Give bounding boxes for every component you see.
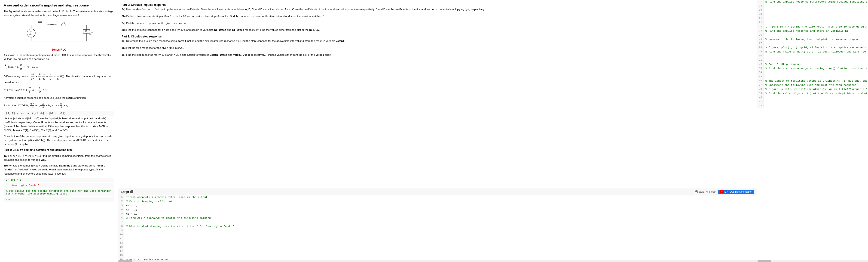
part3b-text: 3b) Plot the step response for the given… — [122, 46, 753, 50]
part3c-text: 3c) Find the step response for t = 10 s … — [122, 53, 753, 57]
script-label: Script — [121, 190, 129, 194]
script-line-10: 10 — [118, 233, 757, 237]
intro-text: The figure below shows a series second o… — [4, 9, 114, 18]
math1: 1C ∫i(t)dt + Ldidt + R·i = vin(t). — [4, 63, 114, 71]
save-button[interactable]: 💾 Save — [694, 190, 704, 193]
part3b-block: 3b) Plot the step response for the given… — [122, 46, 753, 50]
svg-text:L: L — [51, 22, 52, 24]
part1a-text: 1a) For R = 1Ω, L = 1H, C = 10F find the… — [4, 154, 114, 162]
matlab-icon: M — [720, 190, 723, 193]
right-line-23: 23 t = (0:1:60); % Define the time vecto… — [757, 25, 868, 29]
part2c-text: 2c) Plot the impulse response for the gi… — [122, 21, 753, 25]
desc6: Convolution of the impulse response with… — [4, 134, 114, 146]
part2b-block: 2b) Define a time interval starting at t… — [122, 14, 753, 19]
script-line-6: 6 % Find Ze1 = alpha/w0 to decide the ci… — [118, 216, 757, 221]
reset-icon: ↺ — [706, 190, 709, 193]
svg-marker-17 — [61, 24, 62, 26]
script-header: Script ? 💾 Save ↺ Reset M MATLAB Documen… — [118, 188, 757, 195]
problem-description: Part 2: Circuit's impulse response 2a) U… — [118, 0, 757, 188]
script-line-14: 14 — [118, 250, 757, 254]
right-line-41: 41 — [757, 100, 868, 104]
desc3: A system's impulse response can be found… — [4, 96, 114, 100]
part3a-block: 3a) Determine the circuit's step respons… — [122, 39, 753, 43]
part2-title: Part 2: Circuit's impulse response — [122, 3, 753, 6]
right-line-32: 32 % Part 3: Step response — [757, 62, 868, 67]
script-line-7: 7 — [118, 221, 757, 225]
desc5: Vectors [a1 a0] and [b2 b1 b0] are the i… — [4, 117, 114, 133]
svg-text:C: C — [39, 20, 40, 22]
script-line-2: 2 % Part 1: Damping coefficient — [118, 200, 757, 204]
code-residue: [R, P] = residue ([a1 a0] , [b2 b1 b0]) — [4, 111, 114, 116]
right-line-29: 29 % Find the value of h1(t) at t = 10 s… — [757, 50, 868, 54]
right-line-22: 22 — [757, 21, 868, 25]
svg-text:i(t): i(t) — [62, 22, 65, 24]
right-scrollbar[interactable] — [757, 260, 868, 262]
script-line-13: 13 — [118, 245, 757, 250]
right-line-21: 21 — [757, 17, 868, 21]
desc1: As shown in the section regarding second… — [4, 53, 114, 61]
script-scrollbar[interactable] — [118, 260, 757, 262]
part3c-block: 3c) Find the step response for t = 10 s … — [122, 53, 753, 57]
main-container: A second order circuit's impulse and ste… — [0, 0, 868, 262]
script-line-9: 9 — [118, 229, 757, 233]
svg-text:(t): (t) — [89, 33, 92, 35]
right-line-18: 18 — [757, 4, 868, 8]
code-damping: Damping1 = "under" — [4, 183, 114, 188]
right-line-24: 24 % Find the impulse response and store… — [757, 29, 868, 33]
matlab-docs-button[interactable]: M MATLAB Documentation — [718, 190, 754, 194]
script-line-4: 4 L1 = 1; — [118, 208, 757, 212]
right-line-19: 19 — [757, 8, 868, 12]
script-line-12: 12 — [118, 241, 757, 245]
right-line-33: 33 % Find the step response ystep1 using… — [757, 67, 868, 71]
script-buttons: 💾 Save ↺ Reset M MATLAB Documentation — [694, 190, 754, 194]
right-line-38: 38 % figure; plot(t, ystep1(1:length(t))… — [757, 87, 868, 92]
right-panel: 17 % Find the impulse response parameter… — [757, 0, 868, 262]
part2d-block: 2d) Find the impulse response for t = 10… — [122, 28, 753, 32]
script-line-8: 8 % What kind of damping does the circui… — [118, 225, 757, 229]
circuit-svg: v in (t) + − C L — [24, 20, 94, 46]
series-rlc-label: Series RLC — [4, 48, 114, 51]
part2c-block: 2c) Plot the impulse response for the gi… — [122, 21, 753, 25]
svg-marker-15 — [65, 24, 66, 26]
right-line-40: 40 — [757, 96, 868, 100]
code-comment-elseif: % Use elseif for the second condition an… — [4, 189, 114, 196]
script-line-11: 11 — [118, 237, 757, 241]
script-line-1: 1 format compact; % removes extra lines … — [118, 195, 757, 200]
middle-panel: Part 2: Circuit's impulse response 2a) U… — [118, 0, 757, 262]
right-line-37: 37 % Uncomment the following line and pl… — [757, 83, 868, 87]
info-icon: ? — [130, 190, 133, 193]
left-panel: A second order circuit's impulse and ste… — [0, 0, 118, 262]
right-line-39: 39 % Find the value of ystep1(t) at t = … — [757, 92, 868, 96]
right-line-27: 27 — [757, 41, 868, 46]
part2d-text: 2d) Find the impulse response for t = 10… — [122, 28, 753, 32]
part3-title: Part 3: Circuit's step response — [122, 35, 753, 38]
script-line-5: 5 C1 = 10; — [118, 212, 757, 216]
part1b-text: 1b) What is the damping type? Define var… — [4, 164, 114, 176]
right-editor[interactable]: 17 % Find the impulse response parameter… — [757, 0, 868, 260]
right-line-25: 25 — [757, 33, 868, 37]
desc2: Differentiating results: d²idt² + RLdidt… — [4, 72, 114, 84]
svg-text:R: R — [85, 30, 87, 33]
svg-text:−: − — [30, 35, 32, 37]
right-line-28: 28 % figure; plot(t,h1); grid; title("Ci… — [757, 46, 868, 50]
script-line-16: 16 % Part 2: Impulse response — [118, 258, 757, 260]
reset-button[interactable]: ↺ Reset — [706, 190, 716, 193]
right-line-42: 42 — [757, 104, 868, 108]
right-line-17: 17 % Find the impulse response parameter… — [757, 0, 868, 4]
circuit-diagram: v in (t) + − C L — [4, 20, 114, 46]
part1-title: Part 1: Circuit's damping coefficient an… — [4, 148, 114, 152]
script-editor[interactable]: 1 format compact; % removes extra lines … — [118, 195, 757, 260]
right-line-31: 31 — [757, 58, 868, 62]
script-line-15: 15 — [118, 254, 757, 258]
right-line-35: 35 — [757, 75, 868, 79]
save-icon: 💾 — [694, 190, 698, 193]
code-if1: if Ze1 < 1 — [4, 178, 114, 182]
page-title: A second order circuit's impulse and ste… — [4, 3, 114, 7]
script-line-3: 3 R1 = 1; — [118, 204, 757, 208]
part2b-text: 2b) Define a time interval starting at t… — [122, 14, 753, 19]
desc4: Ex: for the LCCDE b0·d²ydt² + b1·dydt + … — [4, 102, 114, 109]
right-line-36: 36 % The length of resulting ystep1 is 2… — [757, 79, 868, 83]
code-end: end — [4, 197, 114, 202]
script-title: Script ? — [121, 190, 133, 194]
right-line-34: 34 — [757, 71, 868, 75]
